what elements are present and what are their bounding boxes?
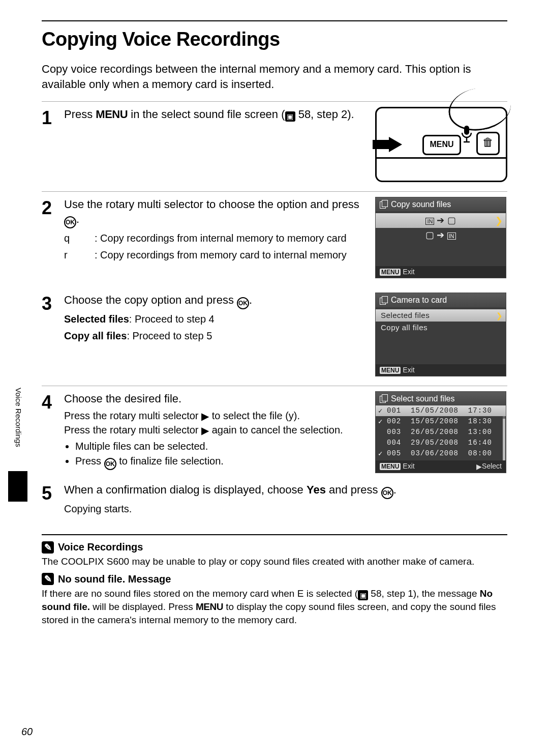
trash-icon: 🗑 [476, 132, 500, 155]
step-5: 5 When a confirmation dialog is displaye… [42, 482, 507, 525]
step-2-sub1: q: Copy recordings from internal memory … [64, 231, 369, 245]
card-icon: ▢ [447, 215, 456, 225]
txt: again to cancel the selection. [209, 424, 343, 435]
txt: . [249, 294, 252, 306]
lcd-title: Copy sound files [391, 199, 451, 210]
step-5-number: 5 [42, 482, 64, 503]
note-2-header: ✎ No sound file. Message [42, 572, 507, 586]
note-2-body: If there are no sound files stored on th… [42, 587, 507, 626]
lcd-footer: MENUExit [376, 266, 506, 278]
val: : Proceed to step 5 [127, 330, 212, 341]
lcd-select-sound-files: Select sound files ✓001 15/05/2008 17:30… [375, 391, 506, 473]
lcd-body: Selected files❯ Copy all files [376, 307, 506, 364]
copy-icon [380, 394, 388, 402]
svg-rect-0 [464, 126, 469, 135]
txt: 58, step 1), the message [368, 588, 480, 599]
txt: Press the rotary multi selector [64, 424, 201, 435]
key: Selected files [64, 313, 129, 325]
step-4-sub: Press the rotary multi selector ▶ to sel… [64, 409, 369, 438]
check-icon: ✓ [378, 449, 383, 459]
txt: Use the rotary multi selector to choose … [64, 198, 359, 211]
step-4-lead: Choose the desired file. [64, 391, 369, 406]
txt: Press [64, 108, 96, 121]
menu-word: MENU [196, 601, 223, 612]
camera-separator [377, 157, 506, 159]
step-2: 2 Use the rotary multi selector to choos… [42, 191, 507, 287]
lcd-copy-sound-files: Copy sound files IN ➔ ▢❯ ▢ ➔ IN MENUExit [375, 197, 506, 278]
notes-rule [42, 534, 507, 535]
bullet: Multiple files can be selected. [75, 440, 369, 453]
file-row: 004 29/05/2008 16:40 [376, 438, 506, 448]
txt: y [289, 410, 294, 421]
page-number: 60 [21, 725, 33, 739]
reference-icon: ▣ [358, 590, 368, 600]
label: Selected files [381, 311, 430, 319]
val: : Copy recordings from memory card to in… [95, 249, 347, 260]
step-3-number: 3 [42, 293, 64, 313]
step-4-bullets: Multiple files can be selected. Press OK… [64, 440, 369, 470]
menu-badge: MENU [380, 463, 401, 470]
step-1-number: 1 [42, 107, 64, 127]
top-rule [42, 20, 507, 21]
lcd-footer: MENUExit [376, 364, 506, 376]
step-1: 1 Press MENU in the select sound file sc… [42, 101, 507, 191]
lcd-footer: MENUExit ▶Select [376, 460, 506, 473]
step-3-lead: Choose the copy option and press OK. [64, 293, 369, 309]
copy-icon [380, 296, 388, 304]
lcd-header: Copy sound files [376, 197, 506, 212]
key: Copy all files [64, 330, 127, 341]
menu-badge: MENU [380, 269, 401, 276]
lcd-row-copy-all: Copy all files [376, 322, 506, 334]
step-1-lead: Press MENU in the select sound file scre… [64, 107, 369, 122]
step-5-sub: Copying starts. [64, 502, 507, 516]
play-right-icon: ▶ [201, 410, 209, 423]
check-icon: ✓ [378, 417, 383, 427]
pencil-icon: ✎ [42, 541, 54, 554]
txt: 58, step 2). [295, 108, 354, 121]
label: Copy all files [381, 323, 428, 332]
val: : Copy recordings from internal memory t… [95, 232, 347, 244]
camera-menu-button: MENU [422, 135, 461, 155]
txt: will be displayed. Press [90, 601, 196, 612]
txt: E [297, 588, 304, 599]
arrow-icon [389, 137, 402, 152]
exit-label: Exit [403, 268, 414, 276]
step-3-sub2: Copy all files: Proceed to step 5 [64, 329, 369, 343]
step-2-lead: Use the rotary multi selector to choose … [64, 197, 369, 229]
chevron-right-icon: ❯ [496, 311, 503, 321]
txt: If there are no sound files stored on th… [42, 588, 297, 599]
note-1-header: ✎ Voice Recordings [42, 540, 507, 554]
step-3: 3 Choose the copy option and press OK. S… [42, 287, 507, 385]
ok-icon: OK [237, 297, 249, 309]
step-2-sub2: r: Copy recordings from memory card to i… [64, 248, 369, 262]
step-4: 4 Choose the desired file. Press the rot… [42, 386, 507, 482]
exit-label: Exit [403, 462, 414, 470]
txt: to finalize file selection. [116, 455, 224, 467]
pencil-icon: ✎ [42, 573, 54, 585]
txt: When a confirmation dialog is displayed,… [64, 483, 307, 496]
reference-icon: ▣ [285, 111, 295, 122]
notes-section: ✎ Voice Recordings The COOLPIX S600 may … [42, 534, 507, 626]
note-title: Voice Recordings [58, 540, 143, 554]
card-icon: ▢ [425, 230, 434, 240]
note-title: No sound file. Message [58, 572, 171, 586]
step-2-number: 2 [42, 197, 64, 217]
txt: and press [326, 483, 381, 496]
file-row: ✓005 03/06/2008 08:00 [376, 448, 506, 459]
step-5-lead: When a confirmation dialog is displayed,… [64, 482, 507, 499]
ok-icon: OK [64, 216, 76, 228]
txt: . [393, 483, 396, 496]
note-1-body: The COOLPIX S600 may be unable to play o… [42, 555, 507, 568]
page-title: Copying Voice Recordings [42, 26, 507, 52]
lcd-title: Select sound files [391, 393, 454, 404]
lcd-body: IN ➔ ▢❯ ▢ ➔ IN [376, 211, 506, 266]
ok-icon: OK [381, 487, 393, 499]
lcd-camera-to-card: Camera to card Selected files❯ Copy all … [375, 293, 506, 376]
play-right-icon: ▶ [476, 462, 482, 472]
lcd-row-selected-files: Selected files❯ [376, 309, 506, 322]
menu-word: MENU [96, 108, 128, 121]
key: q [64, 231, 95, 245]
lcd-option-in-to-card: IN ➔ ▢❯ [376, 213, 506, 227]
txt: . [76, 213, 79, 225]
play-right-icon: ▶ [201, 424, 209, 438]
